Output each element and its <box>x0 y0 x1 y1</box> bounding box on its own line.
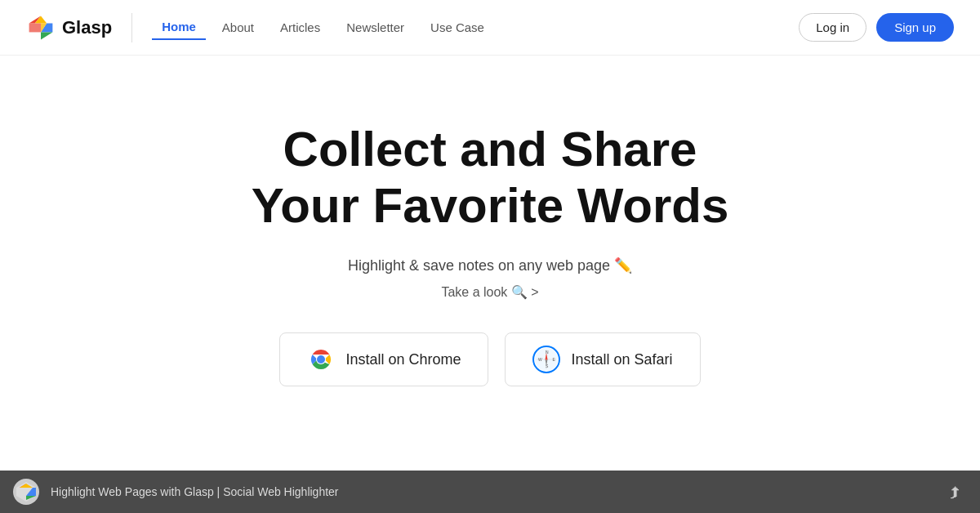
install-safari-button[interactable]: N S W E Install on Safari <box>505 332 701 386</box>
hero-title-line2: Your Favorite Words <box>252 178 729 233</box>
signup-button[interactable]: Sign up <box>876 13 954 42</box>
nav-use-case[interactable]: Use Case <box>421 16 494 39</box>
install-chrome-label: Install on Chrome <box>345 351 461 368</box>
login-button[interactable]: Log in <box>799 13 866 42</box>
nav-actions: Log in Sign up <box>799 13 954 42</box>
navbar: Glasp Home About Articles Newsletter Use… <box>0 0 980 56</box>
logo[interactable]: Glasp <box>26 13 112 42</box>
share-icon[interactable]: ⮭ <box>947 483 964 502</box>
hero-link[interactable]: Take a look 🔍 > <box>441 284 538 300</box>
nav-divider <box>131 13 132 42</box>
chrome-icon <box>306 345 336 374</box>
cta-buttons: Install on Chrome N S W E Install on Saf… <box>279 332 700 386</box>
bottom-bar-text: Highlight Web Pages with Glasp | Social … <box>51 485 339 498</box>
bottom-logo-icon <box>13 479 39 505</box>
install-safari-label: Install on Safari <box>571 351 672 368</box>
nav-newsletter[interactable]: Newsletter <box>336 16 414 39</box>
svg-point-3 <box>317 355 325 364</box>
nav-about[interactable]: About <box>212 16 264 39</box>
svg-text:W: W <box>538 357 542 362</box>
hero-subtitle: Highlight & save notes on any web page ✏… <box>348 256 632 274</box>
hero-title: Collect and Share Your Favorite Words <box>252 121 729 234</box>
glasp-logo-icon <box>26 13 56 42</box>
safari-icon: N S W E <box>532 345 561 374</box>
nav-home[interactable]: Home <box>152 15 206 40</box>
bottom-bar: Highlight Web Pages with Glasp | Social … <box>0 471 980 513</box>
install-chrome-button[interactable]: Install on Chrome <box>279 332 488 386</box>
hero-title-line1: Collect and Share <box>283 122 697 176</box>
nav-articles[interactable]: Articles <box>270 16 330 39</box>
hero-section: Collect and Share Your Favorite Words Hi… <box>0 56 980 386</box>
svg-text:N: N <box>546 350 549 355</box>
logo-text: Glasp <box>62 17 112 38</box>
nav-links: Home About Articles Newsletter Use Case <box>152 15 799 40</box>
